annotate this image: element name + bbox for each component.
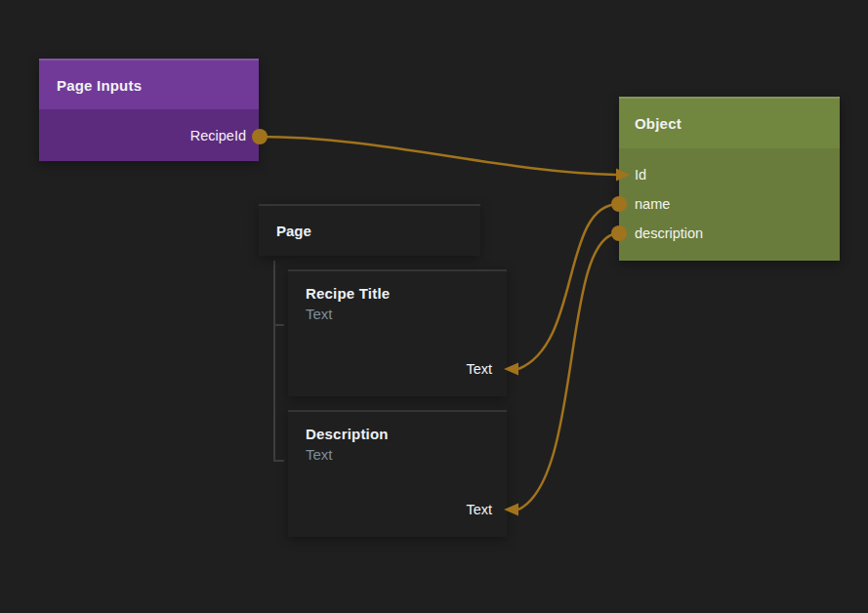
node-recipe-title-header[interactable]: Recipe Title Text	[288, 269, 507, 342]
node-object[interactable]: Object Id name description	[619, 97, 840, 261]
port-description-text[interactable]: Text	[288, 482, 507, 537]
node-title: Description	[306, 426, 507, 442]
node-page-inputs[interactable]: Page Inputs RecipeId	[39, 59, 259, 161]
node-title: Object	[635, 115, 682, 132]
port-recipeid[interactable]: RecipeId	[39, 109, 259, 161]
node-page-header[interactable]: Page	[259, 204, 480, 256]
port-label: RecipeId	[190, 128, 246, 143]
node-description[interactable]: Description Text Text	[288, 410, 507, 537]
node-title: Page Inputs	[57, 77, 142, 94]
tree-connector-branch-description	[274, 460, 284, 462]
tree-connector-vertical	[273, 261, 275, 462]
node-title: Page	[276, 223, 311, 239]
port-label: description	[635, 225, 703, 241]
node-object-body: Id name description	[619, 148, 840, 261]
port-label: Id	[635, 167, 646, 183]
node-editor-canvas[interactable]: Page Inputs RecipeId Object Id name desc…	[0, 0, 868, 613]
node-recipe-title[interactable]: Recipe Title Text Text	[288, 269, 507, 396]
port-label: Text	[466, 502, 492, 517]
wire-name-to-recipe-title-text[interactable]	[518, 204, 619, 369]
node-page-inputs-body: RecipeId	[39, 109, 259, 161]
node-type-label: Text	[306, 446, 507, 463]
wire-description-to-description-text[interactable]	[518, 233, 619, 510]
port-recipe-title-text[interactable]: Text	[288, 342, 507, 396]
node-description-header[interactable]: Description Text	[288, 410, 507, 482]
wire-recipeid-to-id[interactable]	[260, 137, 616, 175]
port-label: Text	[466, 361, 492, 377]
port-description[interactable]: description	[619, 219, 840, 248]
port-name[interactable]: name	[619, 189, 840, 219]
node-type-label: Text	[306, 306, 507, 322]
node-object-header[interactable]: Object	[619, 97, 840, 148]
port-id[interactable]: Id	[619, 160, 840, 189]
node-page-inputs-header[interactable]: Page Inputs	[39, 59, 259, 109]
node-title: Recipe Title	[306, 285, 507, 302]
node-page[interactable]: Page	[259, 204, 480, 256]
tree-connector-branch-recipe-title	[274, 324, 284, 326]
port-label: name	[635, 196, 670, 212]
